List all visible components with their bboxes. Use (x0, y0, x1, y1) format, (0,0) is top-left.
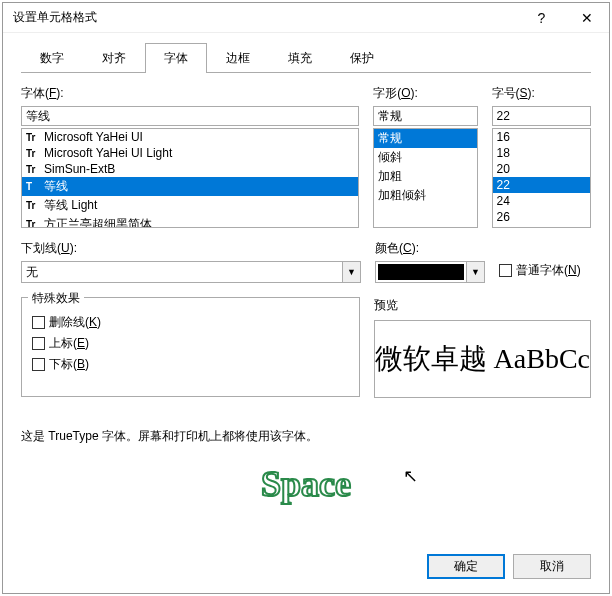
truetype-icon: Tr (26, 200, 40, 211)
dialog-title: 设置单元格格式 (13, 9, 519, 26)
list-item[interactable]: Tr等线 Light (22, 196, 358, 215)
close-button[interactable]: ✕ (564, 3, 609, 33)
ok-button[interactable]: 确定 (427, 554, 505, 579)
list-item[interactable]: 18 (493, 145, 590, 161)
list-item[interactable]: 26 (493, 209, 590, 225)
format-cells-dialog: 设置单元格格式 ? ✕ 数字对齐字体边框填充保护 字体(F): TrMicros… (2, 2, 610, 594)
tab-填充[interactable]: 填充 (269, 43, 331, 73)
cursor-icon: ↖ (403, 465, 418, 487)
titlebar: 设置单元格格式 ? ✕ (3, 3, 609, 33)
tab-边框[interactable]: 边框 (207, 43, 269, 73)
watermark-overlay: Space (261, 463, 351, 505)
dialog-content: 字体(F): TrMicrosoft YaHei UITrMicrosoft Y… (3, 73, 609, 457)
tab-strip: 数字对齐字体边框填充保护 (3, 33, 609, 73)
list-item[interactable]: 24 (493, 193, 590, 209)
preview-label: 预览 (374, 297, 591, 314)
font-label: 字体(F): (21, 85, 359, 102)
underline-combo[interactable]: 无 ▼ (21, 261, 361, 283)
subscript-label: 下标(B) (49, 356, 89, 373)
style-label: 字形(O): (373, 85, 477, 102)
list-item[interactable]: T等线 (22, 177, 358, 196)
effects-title: 特殊效果 (28, 290, 84, 307)
font-input[interactable] (21, 106, 359, 126)
list-item[interactable]: TrMicrosoft YaHei UI Light (22, 145, 358, 161)
normal-font-checkbox[interactable] (499, 264, 512, 277)
style-listbox[interactable]: 常规倾斜加粗加粗倾斜 (373, 128, 477, 228)
list-item[interactable]: 16 (493, 129, 590, 145)
effects-group: 特殊效果 删除线(K) 上标(E) 下标(B) (21, 297, 360, 397)
font-listbox[interactable]: TrMicrosoft YaHei UITrMicrosoft YaHei UI… (21, 128, 359, 228)
list-item[interactable]: 22 (493, 177, 590, 193)
preview-text: 微软卓越 AaBbCc (375, 340, 590, 378)
list-item[interactable]: TrSimSun-ExtB (22, 161, 358, 177)
list-item[interactable]: 常规 (374, 129, 476, 148)
font-description: 这是 TrueType 字体。屏幕和打印机上都将使用该字体。 (21, 428, 591, 445)
button-bar: 确定 取消 (427, 554, 591, 579)
list-item[interactable]: 倾斜 (374, 148, 476, 167)
preview-box: 微软卓越 AaBbCc (374, 320, 591, 398)
tab-对齐[interactable]: 对齐 (83, 43, 145, 73)
list-item[interactable]: TrMicrosoft YaHei UI (22, 129, 358, 145)
size-input[interactable] (492, 106, 591, 126)
tab-数字[interactable]: 数字 (21, 43, 83, 73)
help-button[interactable]: ? (519, 3, 564, 33)
tab-divider (21, 72, 591, 73)
size-listbox[interactable]: 161820222426 (492, 128, 591, 228)
chevron-down-icon[interactable]: ▼ (342, 262, 360, 282)
truetype-icon: Tr (26, 164, 40, 175)
list-item[interactable]: 20 (493, 161, 590, 177)
list-item[interactable]: 加粗倾斜 (374, 186, 476, 205)
color-combo[interactable]: ▼ (375, 261, 485, 283)
list-item[interactable]: Tr方正兰亭超细黑简体 (22, 215, 358, 228)
strike-checkbox[interactable] (32, 316, 45, 329)
style-input[interactable] (373, 106, 477, 126)
color-label: 颜色(C): (375, 240, 485, 257)
strike-label: 删除线(K) (49, 314, 101, 331)
tab-保护[interactable]: 保护 (331, 43, 393, 73)
truetype-icon: Tr (26, 219, 40, 228)
superscript-label: 上标(E) (49, 335, 89, 352)
list-item[interactable]: 加粗 (374, 167, 476, 186)
truetype-icon: T (26, 181, 40, 192)
truetype-icon: Tr (26, 148, 40, 159)
normal-font-label: 普通字体(N) (516, 262, 581, 279)
underline-value: 无 (22, 264, 342, 281)
underline-label: 下划线(U): (21, 240, 361, 257)
superscript-checkbox[interactable] (32, 337, 45, 350)
cancel-button[interactable]: 取消 (513, 554, 591, 579)
chevron-down-icon[interactable]: ▼ (466, 262, 484, 282)
truetype-icon: Tr (26, 132, 40, 143)
subscript-checkbox[interactable] (32, 358, 45, 371)
tab-字体[interactable]: 字体 (145, 43, 207, 73)
color-swatch (378, 264, 464, 280)
size-label: 字号(S): (492, 85, 591, 102)
